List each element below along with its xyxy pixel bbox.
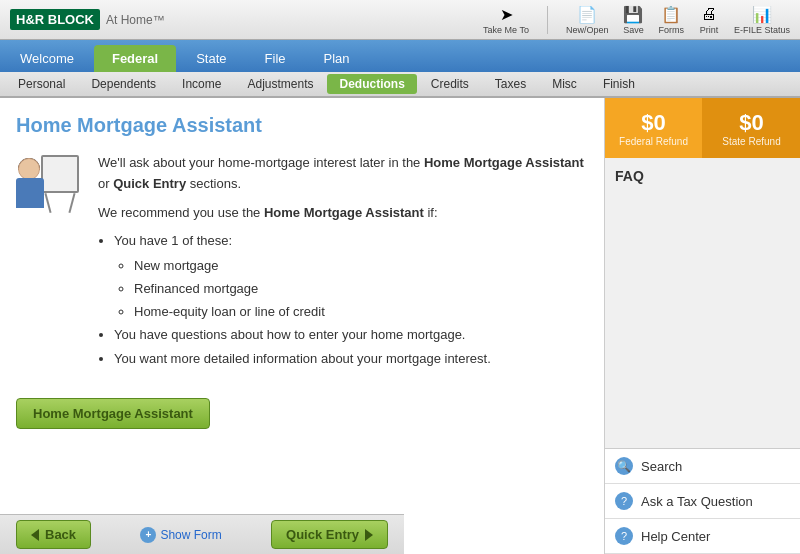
ask-tax-question-button[interactable]: ? Ask a Tax Question <box>605 484 800 519</box>
state-refund-box: $0 State Refund <box>703 98 800 158</box>
sub-bullet-refinanced: Refinanced mortgage <box>134 279 588 300</box>
whiteboard-stand-left <box>44 193 51 213</box>
tab-file[interactable]: File <box>247 45 304 72</box>
subnav-income[interactable]: Income <box>170 74 233 94</box>
subnav-misc[interactable]: Misc <box>540 74 589 94</box>
logo-hrblock: H&R BLOCK <box>10 9 100 30</box>
federal-refund-box: $0 Federal Refund <box>605 98 703 158</box>
bullet-item-3: You want more detailed information about… <box>114 349 588 370</box>
show-form-label: Show Form <box>160 528 221 542</box>
logo-at-home: At Home™ <box>106 13 165 27</box>
help-icon: ? <box>615 527 633 545</box>
subnav-adjustments[interactable]: Adjustments <box>235 74 325 94</box>
avatar-area <box>16 153 86 374</box>
person-body <box>16 178 44 208</box>
toolbar-separator-1 <box>547 6 548 34</box>
toolbar-save[interactable]: 💾 Save <box>622 4 644 35</box>
next-arrow-icon <box>365 529 373 541</box>
bottom-bar: Back + Show Form Quick Entry <box>0 514 404 554</box>
print-label: Print <box>700 25 719 35</box>
back-label: Back <box>45 527 76 542</box>
sub-bullet-home-equity: Home-equity loan or line of credit <box>134 302 588 323</box>
next-label: Quick Entry <box>286 527 359 542</box>
nav-tabs: Welcome Federal State File Plan <box>0 40 800 72</box>
sub-bullet-list: New mortgage Refinanced mortgage Home-eq… <box>134 256 588 322</box>
search-icon: 🔍 <box>615 457 633 475</box>
help-center-button[interactable]: ? Help Center <box>605 519 800 554</box>
subnav-taxes[interactable]: Taxes <box>483 74 538 94</box>
show-form-icon: + <box>140 527 156 543</box>
toolbar-status[interactable]: 📊 E-FILE Status <box>734 4 790 35</box>
forms-icon: 📋 <box>660 4 682 24</box>
content-body: We'll ask about your home-mortgage inter… <box>16 153 588 374</box>
recommend-text: We recommend you use the Home Mortgage A… <box>98 203 588 224</box>
ask-tax-label: Ask a Tax Question <box>641 494 753 509</box>
text-area: We'll ask about your home-mortgage inter… <box>98 153 588 374</box>
subnav-finish[interactable]: Finish <box>591 74 647 94</box>
faq-section: FAQ <box>605 158 800 448</box>
page-title: Home Mortgage Assistant <box>16 114 588 137</box>
whiteboard-stand-right <box>68 193 75 213</box>
subnav-deductions[interactable]: Deductions <box>327 74 416 94</box>
back-arrow-icon <box>31 529 39 541</box>
forms-label: Forms <box>658 25 684 35</box>
subnav-credits[interactable]: Credits <box>419 74 481 94</box>
federal-refund-label: Federal Refund <box>619 136 688 147</box>
print-icon: 🖨 <box>698 4 720 24</box>
top-bar: H&R BLOCK At Home™ ➤ Take Me To 📄 New/Op… <box>0 0 800 40</box>
federal-refund-amount: $0 <box>641 110 665 136</box>
status-icon: 📊 <box>751 4 773 24</box>
tab-federal[interactable]: Federal <box>94 45 176 72</box>
ask-tax-icon: ? <box>615 492 633 510</box>
left-panel: Home Mortgage Assistant <box>0 98 604 554</box>
avatar <box>16 153 81 228</box>
refund-boxes: $0 Federal Refund $0 State Refund <box>605 98 800 158</box>
new-open-icon: 📄 <box>576 4 598 24</box>
subnav-dependents[interactable]: Dependents <box>79 74 168 94</box>
home-mortgage-assistant-button[interactable]: Home Mortgage Assistant <box>16 398 210 429</box>
toolbar-icons: ➤ Take Me To 📄 New/Open 💾 Save 📋 Forms 🖨… <box>483 4 790 35</box>
toolbar-print[interactable]: 🖨 Print <box>698 4 720 35</box>
toolbar-new-open[interactable]: 📄 New/Open <box>566 4 609 35</box>
tab-state[interactable]: State <box>178 45 244 72</box>
faq-title: FAQ <box>615 168 790 184</box>
quick-entry-button[interactable]: Quick Entry <box>271 520 388 549</box>
bullet-item-2: You have questions about how to enter yo… <box>114 325 588 346</box>
show-form-area[interactable]: + Show Form <box>140 527 221 543</box>
search-button[interactable]: 🔍 Search <box>605 449 800 484</box>
toolbar-take-me-to[interactable]: ➤ Take Me To <box>483 4 529 35</box>
subnav-personal[interactable]: Personal <box>6 74 77 94</box>
main-bullet-list: You have 1 of these: New mortgage Refina… <box>114 231 588 370</box>
whiteboard-icon <box>41 155 79 193</box>
take-me-to-label: Take Me To <box>483 25 529 35</box>
sub-nav: Personal Dependents Income Adjustments D… <box>0 72 800 98</box>
right-actions: 🔍 Search ? Ask a Tax Question ? Help Cen… <box>605 448 800 554</box>
state-refund-amount: $0 <box>739 110 763 136</box>
tab-plan[interactable]: Plan <box>306 45 368 72</box>
person-head <box>18 158 40 180</box>
sub-bullet-new-mortgage: New mortgage <box>134 256 588 277</box>
main-content: Home Mortgage Assistant <box>0 98 800 554</box>
logo-area: H&R BLOCK At Home™ <box>10 9 483 30</box>
right-panel: $0 Federal Refund $0 State Refund FAQ 🔍 … <box>604 98 800 554</box>
save-label: Save <box>623 25 644 35</box>
state-refund-label: State Refund <box>722 136 780 147</box>
help-center-label: Help Center <box>641 529 710 544</box>
save-icon: 💾 <box>622 4 644 24</box>
toolbar-forms[interactable]: 📋 Forms <box>658 4 684 35</box>
new-open-label: New/Open <box>566 25 609 35</box>
intro-text: We'll ask about your home-mortgage inter… <box>98 153 588 195</box>
search-label: Search <box>641 459 682 474</box>
take-me-to-icon: ➤ <box>495 4 517 24</box>
back-button[interactable]: Back <box>16 520 91 549</box>
bullet-item-1: You have 1 of these: <box>114 231 588 252</box>
status-label: E-FILE Status <box>734 25 790 35</box>
tab-welcome[interactable]: Welcome <box>2 45 92 72</box>
